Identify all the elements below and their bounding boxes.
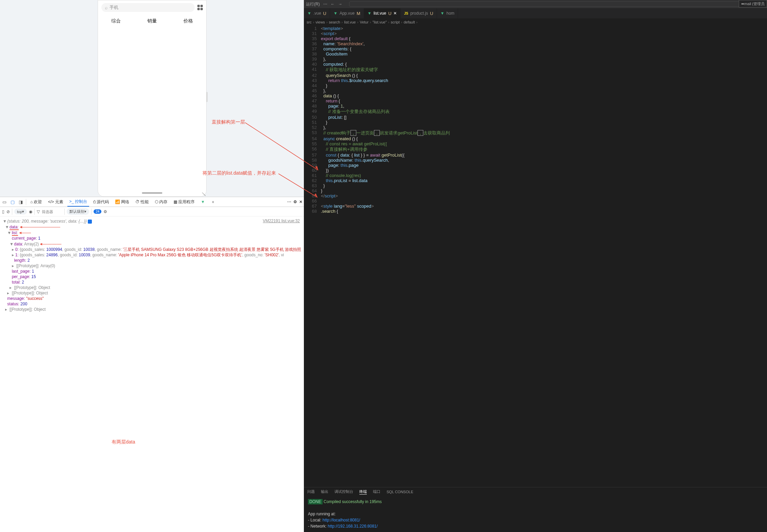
device-icon[interactable]: ▢ — [10, 199, 16, 205]
editor-tabs: ▼.vue U▼App.vue M▼list.vue U ✕JSproduct.… — [304, 8, 767, 18]
close-icon[interactable]: ✕ — [299, 199, 303, 204]
tab-price[interactable]: 价格 — [183, 18, 193, 24]
term-tab[interactable]: 问题 — [307, 489, 315, 494]
sidebar-toggle-icon[interactable]: ▯ — [2, 209, 4, 214]
level-select[interactable]: 默认级别 ▾ — [67, 208, 89, 215]
term-tab[interactable]: 调试控制台 — [334, 489, 353, 494]
vscode-panel: 运行(R) ⋯ ← → ⬌ mail (管理员 ▼.vue U▼App.vue … — [304, 0, 767, 532]
term-tab[interactable]: 端口 — [373, 489, 380, 494]
annotation-1: 直接解构第一层 — [212, 119, 245, 125]
annotation-2: 将第二层的list.data赋值，并存起来 — [202, 170, 276, 176]
editor-tab[interactable]: ▼App.vue M — [330, 8, 364, 18]
gear-icon[interactable]: ⚙ — [293, 199, 297, 204]
term-tab[interactable]: SQL CONSOLE — [387, 490, 413, 494]
tab-console[interactable]: >_控制台 — [67, 197, 89, 207]
annotation-3: 有两层data — [112, 439, 135, 445]
filter-icon[interactable]: ▽ — [37, 209, 40, 214]
menu-run[interactable]: 运行(R) — [306, 1, 320, 7]
mobile-preview: ⌕ 手机 综合 销量 价格 — [98, 0, 207, 197]
info-badge-icon[interactable] — [88, 220, 92, 224]
grid-icon[interactable] — [197, 5, 203, 10]
eye-icon[interactable]: ◉ — [29, 209, 32, 214]
tab-welcome[interactable]: ⌂欢迎 — [28, 198, 44, 206]
tab-network[interactable]: 📶网络 — [113, 198, 131, 206]
tab-elements[interactable]: </>元素 — [46, 198, 65, 206]
devtools-toolbar: ▭ ▢ ◨ ⌂欢迎 </>元素 >_控制台 ⎙源代码 📶网络 ⏱性能 ⬡内存 ▦… — [0, 197, 304, 207]
search-text: 手机 — [110, 4, 118, 11]
terminal-tabs: 问题输出调试控制台终端端口SQL CONSOLE — [304, 487, 767, 496]
editor-tab[interactable]: ▼hom — [437, 8, 458, 18]
tab-application[interactable]: ▦应用程序 — [172, 198, 197, 206]
tab-performance[interactable]: ⏱性能 — [133, 198, 151, 206]
tab-memory[interactable]: ⬡内存 — [153, 198, 169, 206]
data-key[interactable]: data: — [10, 225, 19, 230]
tab-add[interactable]: ＋ — [209, 198, 217, 206]
resize-corner-icon[interactable] — [201, 192, 206, 196]
term-tab[interactable]: 输出 — [321, 489, 328, 494]
resize-bar[interactable] — [206, 92, 208, 102]
filter-input[interactable] — [42, 210, 62, 214]
breadcrumb[interactable]: src›views›search›list.vue›Vetur›"list.vu… — [304, 18, 767, 26]
console-output: VM22191 list.vue:32 有两层data ▼ {status: 2… — [0, 216, 304, 532]
close-icon[interactable]: ✕ — [393, 11, 397, 16]
tab-default[interactable]: 综合 — [111, 18, 121, 24]
source-link[interactable]: VM22191 list.vue:32 — [263, 219, 300, 223]
gear-icon[interactable]: ⚙ — [103, 209, 107, 214]
nav-forward-icon[interactable]: → — [338, 2, 342, 6]
issue-count[interactable]: 24 — [94, 209, 101, 214]
editor-tab[interactable]: ▼.vue U — [304, 8, 330, 18]
local-url[interactable]: http://localhost:8081/ — [323, 518, 360, 522]
term-tab[interactable]: 终端 — [359, 489, 367, 495]
terminal-output: DONE Compiled successfully in 195ms App … — [304, 496, 767, 532]
network-url[interactable]: http://192.168.31.226:8081/ — [328, 524, 378, 529]
search-icon: ⌕ — [105, 5, 108, 10]
editor-tab[interactable]: JSproduct.js U — [401, 8, 437, 18]
inspect-icon[interactable]: ▭ — [1, 199, 7, 205]
tab-sources[interactable]: ⎙源代码 — [91, 198, 111, 206]
editor-tab[interactable]: ▼list.vue U ✕ — [364, 8, 401, 18]
nav-back-icon[interactable]: ← — [331, 2, 335, 6]
tab-sales[interactable]: 销量 — [147, 18, 157, 24]
search-input[interactable]: ⌕ 手机 — [101, 3, 195, 12]
code-editor[interactable]: 1<template>31<script>35export default {3… — [304, 26, 767, 487]
console-sub-toolbar: ▯ ⊘ top ▾ ◉ ▽ 默认级别 ▾ 24 ⚙ — [0, 207, 304, 216]
clear-icon[interactable]: ⊘ — [6, 209, 10, 214]
remote-bar[interactable]: ⬌ mail (管理员 — [739, 0, 767, 7]
list-key[interactable]: list: — [12, 230, 18, 236]
tab-vue[interactable]: ▼ — [199, 198, 207, 206]
drag-handle-icon — [142, 192, 162, 194]
dock-icon[interactable]: ◨ — [18, 199, 24, 205]
context-select[interactable]: top ▾ — [14, 209, 27, 214]
